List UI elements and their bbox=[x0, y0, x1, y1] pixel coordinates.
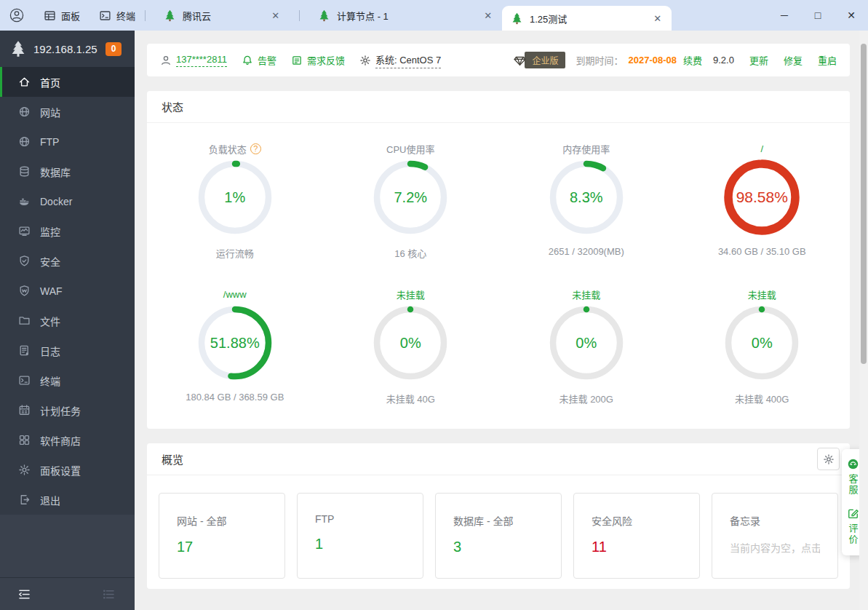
vertical-scrollbar[interactable] bbox=[859, 31, 868, 610]
gauge-ring[interactable]: 98.58% bbox=[724, 159, 800, 235]
sidebar-item-app-store[interactable]: 软件商店 bbox=[0, 425, 135, 455]
bt-tree-icon bbox=[164, 9, 176, 22]
minimize-button[interactable]: ─ bbox=[768, 0, 801, 31]
panel-grid-icon bbox=[44, 9, 56, 22]
sidebar-item-files[interactable]: 文件 bbox=[0, 306, 135, 336]
sidebar-item-database[interactable]: 数据库 bbox=[0, 157, 135, 186]
gauge-cpu: CPU使用率 7.2% 16 核心 bbox=[323, 142, 499, 260]
gauge-ring[interactable]: 0% bbox=[549, 305, 624, 381]
tab-label: 计算节点 - 1 bbox=[337, 9, 389, 23]
sidebar-spacer bbox=[0, 515, 135, 577]
menu-list-icon[interactable] bbox=[102, 587, 116, 601]
card-label: 数据库 - 全部 bbox=[453, 513, 544, 528]
alarm-link[interactable]: 告警 bbox=[242, 53, 276, 67]
card-security-risks[interactable]: 安全风险 11 bbox=[573, 493, 700, 579]
sidebar-item-terminal[interactable]: 终端 bbox=[0, 365, 135, 395]
restart-link[interactable]: 重启 bbox=[818, 53, 837, 67]
gauge-caption: 16 核心 bbox=[394, 246, 426, 260]
tab-compute-node-1[interactable]: 计算节点 - 1 ✕ bbox=[309, 0, 502, 31]
overview-panel-head: 概览 bbox=[147, 443, 850, 475]
expire-date: 2027-08-08 bbox=[629, 55, 677, 66]
customer-service-icon bbox=[847, 458, 859, 470]
gauge-caption: 180.84 GB / 368.59 GB bbox=[186, 392, 284, 403]
close-window-button[interactable]: ✕ bbox=[835, 0, 868, 31]
terminal-nav-button[interactable]: 终端 bbox=[99, 9, 135, 23]
sidebar-item-website[interactable]: 网站 bbox=[0, 97, 135, 127]
logout-icon bbox=[18, 494, 31, 506]
user-avatar-icon[interactable] bbox=[9, 7, 25, 23]
feedback-link[interactable]: 需求反馈 bbox=[291, 53, 345, 67]
overview-cards: 网站 - 全部 17 FTP 1 数据库 - 全部 3 安全风险 11 备忘录 bbox=[147, 475, 850, 589]
server-ip: 192.168.1.25 bbox=[33, 43, 97, 55]
shield-waf-icon bbox=[18, 285, 31, 297]
gauge-title: / bbox=[760, 143, 763, 154]
gauge-title: 未挂载 bbox=[572, 288, 600, 301]
card-ftp[interactable]: FTP 1 bbox=[297, 493, 423, 579]
renew-link[interactable]: 续费 bbox=[683, 53, 702, 67]
gauge-title: 未挂载 bbox=[748, 288, 776, 301]
overview-panel: 概览 网站 - 全部 17 FTP 1 数据库 - 全部 3 bbox=[147, 443, 850, 589]
user-icon bbox=[160, 55, 172, 66]
tab-close-icon[interactable]: ✕ bbox=[482, 10, 493, 21]
feedback-form-icon bbox=[291, 55, 303, 66]
tab-125-test-active[interactable]: 1.25测试 ✕ bbox=[502, 6, 672, 31]
sidebar-item-label: 计划任务 bbox=[40, 403, 81, 418]
sidebar-item-ftp[interactable]: FTP bbox=[0, 127, 135, 157]
sidebar-item-waf[interactable]: WAF bbox=[0, 276, 135, 306]
gauge-value: 51.88% bbox=[197, 305, 273, 381]
card-memo[interactable]: 备忘录 当前内容为空，点击 bbox=[712, 493, 838, 579]
sidebar-item-settings[interactable]: 面板设置 bbox=[0, 455, 135, 485]
sidebar-item-monitor[interactable]: 监控 bbox=[0, 216, 135, 246]
info-topbar: 137****2811 告警 需求反馈 系统: CentOS 7 企业版 到期时… bbox=[147, 44, 850, 76]
sidebar-item-security[interactable]: 安全 bbox=[0, 246, 135, 276]
account-link[interactable]: 137****2811 bbox=[160, 54, 227, 67]
gauge-value: 8.3% bbox=[549, 159, 624, 235]
tab-tencent-cloud[interactable]: 腾讯云 ✕ bbox=[155, 0, 290, 31]
monitor-chart-icon bbox=[18, 225, 31, 237]
sidebar-item-cron[interactable]: 计划任务 bbox=[0, 395, 135, 425]
gauge-ring[interactable]: 8.3% bbox=[549, 159, 624, 235]
memo-placeholder-text: 当前内容为空，点击 bbox=[730, 540, 820, 555]
gauge-value: 1% bbox=[197, 159, 273, 235]
card-websites[interactable]: 网站 - 全部 17 bbox=[159, 493, 285, 579]
edition-badge[interactable]: 企业版 bbox=[512, 52, 565, 68]
gauge-value: 98.58% bbox=[724, 159, 800, 235]
maximize-button[interactable]: □ bbox=[801, 0, 835, 31]
sidebar-item-home[interactable]: 首页 bbox=[0, 67, 135, 97]
system-info[interactable]: 系统: CentOS 7 bbox=[359, 52, 441, 68]
customer-service-button[interactable]: 客服 bbox=[846, 458, 860, 496]
gauge-ring[interactable]: 0% bbox=[724, 305, 800, 381]
scrollbar-thumb[interactable] bbox=[861, 44, 867, 364]
gauge-value: 7.2% bbox=[373, 159, 448, 235]
sidebar-server-header[interactable]: 192.168.1.25 0 bbox=[0, 31, 135, 67]
overview-settings-button[interactable] bbox=[817, 448, 840, 470]
gauge-title: /www bbox=[223, 289, 247, 300]
sidebar-item-label: 安全 bbox=[40, 254, 60, 269]
tab-close-icon[interactable]: ✕ bbox=[270, 10, 281, 21]
sidebar-item-docker[interactable]: Docker bbox=[0, 186, 135, 216]
review-button[interactable]: 评价 bbox=[846, 507, 860, 545]
gauge-title: 内存使用率 bbox=[562, 142, 610, 156]
help-icon[interactable]: ? bbox=[250, 143, 261, 154]
card-databases[interactable]: 数据库 - 全部 3 bbox=[435, 493, 562, 579]
update-link[interactable]: 更新 bbox=[749, 53, 768, 67]
gauge-ring[interactable]: 0% bbox=[373, 305, 448, 381]
gauge-caption: 未挂载 200G bbox=[560, 392, 613, 405]
gauge-ring[interactable]: 51.88% bbox=[197, 305, 273, 381]
expire-label: 到期时间： bbox=[576, 53, 624, 67]
bt-logo-icon bbox=[9, 40, 27, 58]
home-icon bbox=[18, 76, 31, 88]
tab-close-icon[interactable]: ✕ bbox=[652, 13, 663, 24]
sidebar-item-logout[interactable]: 退出 bbox=[0, 485, 135, 515]
panel-nav-button[interactable]: 面板 bbox=[44, 9, 80, 23]
gauge-ring[interactable]: 1% bbox=[197, 159, 273, 235]
gauge-title: CPU使用率 bbox=[386, 142, 434, 156]
repair-link[interactable]: 修复 bbox=[784, 53, 803, 67]
sidebar-item-label: 网站 bbox=[40, 105, 60, 119]
notification-badge[interactable]: 0 bbox=[105, 42, 122, 56]
gear-icon bbox=[18, 464, 31, 476]
overview-panel-title: 概览 bbox=[162, 451, 183, 467]
collapse-sidebar-icon[interactable] bbox=[17, 587, 31, 601]
gauge-ring[interactable]: 7.2% bbox=[373, 159, 448, 235]
sidebar-item-logs[interactable]: 日志 bbox=[0, 336, 135, 365]
